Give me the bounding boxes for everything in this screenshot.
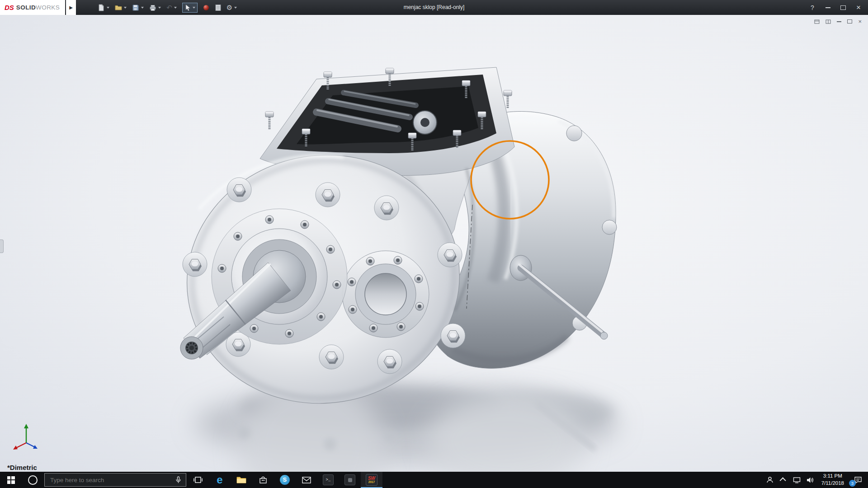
taskbar-search[interactable] xyxy=(44,473,186,487)
skype-icon: S xyxy=(280,475,290,485)
speaker-icon xyxy=(807,477,814,483)
save-button[interactable] xyxy=(132,4,144,11)
store-bag-icon xyxy=(259,476,267,484)
model-3d-view[interactable] xyxy=(0,15,868,472)
undo-dropdown-arrow-icon[interactable] xyxy=(174,7,177,9)
solidworks-logo: DS SOLIDWORKS xyxy=(0,0,65,15)
close-button[interactable]: × xyxy=(851,0,866,15)
print-icon xyxy=(149,4,156,11)
window-title: menjac sklop [Read-only] xyxy=(404,4,465,10)
taskbar: e S >_ xyxy=(0,472,868,488)
select-tool-button[interactable] xyxy=(182,3,198,13)
orientation-triad xyxy=(12,422,43,452)
solidworks-taskbar-button[interactable]: SW 2017 xyxy=(361,472,382,488)
main-toolbar: ↶ ⚙ xyxy=(95,3,240,13)
app-button-dark[interactable] xyxy=(339,472,361,488)
file-properties-icon xyxy=(215,4,221,11)
new-document-button[interactable] xyxy=(98,4,109,11)
solidworks-window: DS SOLIDWORKS ▶ ↶ xyxy=(0,0,868,488)
doc-minimize-icon xyxy=(837,21,841,22)
options-button[interactable]: ⚙ xyxy=(226,4,237,11)
taskbar-clock[interactable]: 3:11 PM 7/11/2018 xyxy=(817,472,848,488)
titlebar: DS SOLIDWORKS ▶ ↶ xyxy=(0,0,868,15)
y-axis-icon xyxy=(24,424,28,428)
new-document-icon xyxy=(98,4,105,11)
cortana-ring-icon xyxy=(28,475,38,485)
window-controls: ? × xyxy=(805,0,866,15)
people-button[interactable] xyxy=(763,472,777,488)
maximize-icon xyxy=(840,5,846,10)
save-dropdown-arrow-icon[interactable] xyxy=(141,7,144,9)
chevron-up-icon xyxy=(779,477,786,483)
mail-button[interactable] xyxy=(296,472,317,488)
minimize-button[interactable] xyxy=(820,0,835,15)
doc-close-button[interactable]: × xyxy=(858,18,862,25)
network-button[interactable] xyxy=(790,472,804,488)
help-button[interactable]: ? xyxy=(805,0,820,15)
select-dropdown-arrow-icon[interactable] xyxy=(193,7,195,9)
view-orientation-label: *Dimetric xyxy=(7,464,37,471)
ds-logo-icon: DS xyxy=(5,4,14,11)
select-cursor-icon xyxy=(184,4,191,11)
gear-icon: ⚙ xyxy=(226,4,232,11)
menu-flyout-button[interactable]: ▶ xyxy=(66,0,76,15)
store-button[interactable] xyxy=(252,472,274,488)
search-input[interactable] xyxy=(49,476,172,484)
action-center-button[interactable]: 3 xyxy=(848,472,868,488)
people-icon xyxy=(766,476,774,483)
options-dropdown-arrow-icon[interactable] xyxy=(234,7,237,9)
command-prompt-button[interactable]: >_ xyxy=(317,472,339,488)
microphone-icon[interactable] xyxy=(175,476,181,484)
volume-button[interactable] xyxy=(804,472,817,488)
doc-restore-button[interactable] xyxy=(847,19,852,23)
windows-logo-icon xyxy=(7,476,15,484)
dark-app-icon xyxy=(344,474,355,485)
cortana-button[interactable] xyxy=(22,472,43,488)
edge-icon: e xyxy=(217,474,222,485)
task-view-button[interactable] xyxy=(187,472,209,488)
doc-minimize-button[interactable] xyxy=(837,21,841,22)
undo-icon: ↶ xyxy=(166,4,172,11)
edge-button[interactable]: e xyxy=(209,472,231,488)
brand-text-works: WORKS xyxy=(36,4,60,11)
tray-overflow-button[interactable] xyxy=(777,472,790,488)
clock-time: 3:11 PM xyxy=(823,473,842,480)
open-dropdown-arrow-icon[interactable] xyxy=(124,7,127,9)
system-tray: 3:11 PM 7/11/2018 3 xyxy=(763,472,868,488)
undo-button[interactable]: ↶ xyxy=(166,4,177,11)
open-button[interactable] xyxy=(115,4,127,11)
skype-button[interactable]: S xyxy=(274,472,296,488)
network-icon xyxy=(793,477,801,483)
save-icon xyxy=(132,4,139,11)
notification-badge: 3 xyxy=(849,480,856,487)
solidworks-app-icon: SW 2017 xyxy=(366,474,377,486)
open-folder-icon xyxy=(115,4,122,11)
maximize-button[interactable] xyxy=(835,0,851,15)
flyout-arrow-icon: ▶ xyxy=(69,5,73,10)
featuremanager-collapsed-tab[interactable] xyxy=(0,239,4,253)
doc-pane-icon-a[interactable] xyxy=(814,19,820,24)
start-button[interactable] xyxy=(0,472,22,488)
brand-text-solid: SOLID xyxy=(16,4,36,11)
minimize-icon xyxy=(826,7,830,8)
doc-restore-icon xyxy=(847,19,852,23)
doc-pane-icon-b[interactable] xyxy=(826,19,831,24)
file-properties-button[interactable] xyxy=(215,4,221,11)
graphics-area: × *Dimetric xyxy=(0,15,868,472)
file-explorer-button[interactable] xyxy=(231,472,252,488)
print-dropdown-arrow-icon[interactable] xyxy=(158,7,161,9)
file-explorer-icon xyxy=(236,476,246,484)
new-dropdown-arrow-icon[interactable] xyxy=(107,7,109,9)
print-button[interactable] xyxy=(149,4,161,11)
rebuild-icon xyxy=(203,5,209,11)
mail-envelope-icon xyxy=(302,477,311,483)
command-prompt-icon: >_ xyxy=(323,474,334,485)
rebuild-button[interactable] xyxy=(203,5,209,11)
clock-date: 7/11/2018 xyxy=(821,480,844,487)
task-view-icon xyxy=(193,476,203,483)
document-window-controls: × xyxy=(814,18,862,25)
